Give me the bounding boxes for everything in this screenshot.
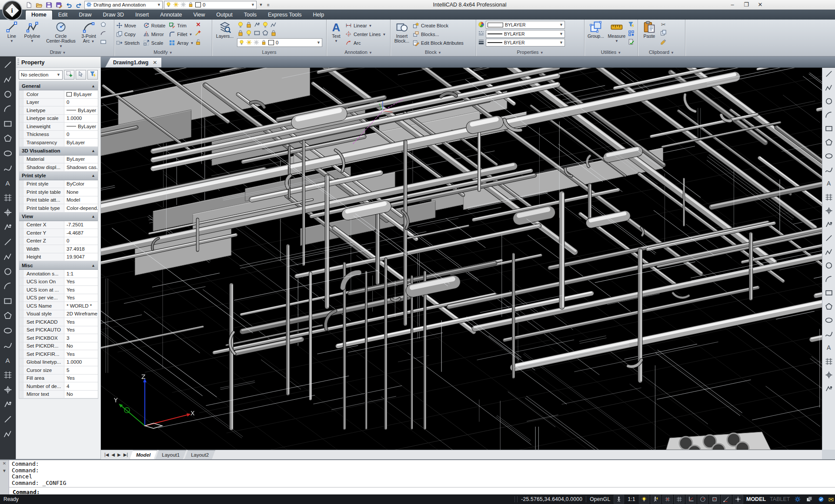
- property-row[interactable]: Global linetyp...1.0000: [19, 358, 98, 367]
- arc-button[interactable]: 3-Point Arc ▼: [79, 20, 99, 47]
- close-button[interactable]: ✕: [753, 0, 767, 9]
- property-panel-header[interactable]: Property: [16, 57, 100, 68]
- property-value[interactable]: 1.0000: [64, 115, 98, 123]
- stretch-button[interactable]: Stretch: [116, 39, 140, 47]
- paste-button[interactable]: Paste: [640, 20, 659, 47]
- layer-off-icon[interactable]: [270, 21, 278, 29]
- qat-more-icon[interactable]: ≡: [265, 1, 271, 9]
- property-value[interactable]: Shadows cas...: [64, 163, 98, 171]
- layer-properties-icon[interactable]: [237, 21, 245, 29]
- ortho-icon[interactable]: [686, 495, 696, 504]
- move-icon[interactable]: [3, 296, 13, 306]
- group-label-modify[interactable]: Modify ▼: [114, 50, 212, 56]
- snap-icon[interactable]: [662, 495, 673, 504]
- property-row[interactable]: Linetype scale1.0000: [19, 115, 98, 123]
- property-section-general[interactable]: General▲: [19, 82, 98, 90]
- ribbon-tab-draw-3d[interactable]: Draw 3D: [97, 10, 130, 20]
- app-logo-icon[interactable]: i: [2, 0, 22, 20]
- crosshair-icon[interactable]: [733, 495, 743, 504]
- property-value[interactable]: ByLayer: [64, 139, 98, 146]
- property-value[interactable]: ByLayer: [64, 90, 98, 98]
- dimension-icon[interactable]: [3, 267, 13, 276]
- property-row[interactable]: UCS Name* WORLD *: [19, 302, 98, 310]
- center-lines-button[interactable]: Center Lines▼: [345, 30, 386, 39]
- property-row[interactable]: Set PICKDR...No: [19, 342, 98, 351]
- array-button[interactable]: Array▼: [169, 39, 194, 47]
- group-label-annotation[interactable]: Annotation ▼: [327, 50, 390, 56]
- status-model-toggle[interactable]: MODEL: [745, 496, 767, 502]
- property-row[interactable]: Center Y-4.4687: [19, 229, 98, 237]
- layout-nav-icon[interactable]: ▶: [117, 452, 122, 458]
- copy-icon[interactable]: [3, 311, 13, 321]
- command-history[interactable]: Command:Command:CancelCommand: _CONFIG: [9, 460, 835, 487]
- property-value[interactable]: Yes: [64, 318, 98, 326]
- property-row[interactable]: MaterialByLayer: [19, 156, 98, 164]
- ribbon-tab-draw[interactable]: Draw: [73, 10, 97, 20]
- property-row[interactable]: UCS icon OnYes: [19, 278, 98, 286]
- status-renderer[interactable]: OpenGL: [588, 496, 611, 502]
- camera-icon[interactable]: [825, 261, 833, 270]
- workspace-select[interactable]: Drafting and Annotation ▼: [84, 1, 163, 9]
- property-row[interactable]: Cursor size5: [19, 366, 98, 375]
- property-value[interactable]: 1:1: [64, 270, 98, 278]
- top-view-icon[interactable]: A: [825, 179, 833, 188]
- line-button[interactable]: Line▼: [3, 20, 20, 47]
- region-icon[interactable]: [3, 222, 13, 232]
- fillet-button[interactable]: Fillet▼: [169, 30, 194, 39]
- scale-icon[interactable]: [3, 341, 13, 350]
- table-icon[interactable]: [3, 252, 13, 262]
- erase-icon[interactable]: [3, 414, 13, 424]
- color-select[interactable]: BYLAYER▼: [486, 21, 565, 29]
- property-row[interactable]: TransparencyByLayer: [19, 139, 98, 147]
- named-views-icon[interactable]: [825, 248, 833, 256]
- property-value[interactable]: No: [64, 342, 98, 350]
- property-value[interactable]: -7.2501: [64, 221, 98, 229]
- regen-icon[interactable]: [825, 357, 833, 366]
- property-section-view[interactable]: View▲: [19, 212, 98, 221]
- layer-previous-icon[interactable]: [270, 30, 278, 37]
- move-button[interactable]: Move: [116, 21, 140, 30]
- group-label-properties[interactable]: Properties ▼: [476, 50, 584, 56]
- linetype-icon[interactable]: [478, 30, 484, 38]
- rotate-icon[interactable]: [3, 326, 13, 335]
- property-value[interactable]: 5: [64, 366, 98, 374]
- toggle-pickadd-button[interactable]: [87, 70, 98, 80]
- layer-isolate-icon[interactable]: [254, 21, 261, 29]
- format-painter-icon[interactable]: [660, 39, 667, 46]
- property-value[interactable]: ByLayer: [64, 156, 98, 163]
- property-row[interactable]: Print style tableNone: [19, 188, 98, 196]
- group-label-clipboard[interactable]: Clipboard ▼: [638, 50, 685, 56]
- property-value[interactable]: Yes: [64, 294, 98, 302]
- status-scale[interactable]: 1:1: [626, 496, 637, 502]
- line-icon[interactable]: [3, 75, 13, 84]
- lineweight-icon[interactable]: [478, 39, 484, 46]
- undo-icon[interactable]: [64, 1, 73, 9]
- circle-button[interactable]: Circle Center-Radius ▼: [44, 20, 77, 47]
- selection-filter-select[interactable]: No selection▼: [19, 70, 63, 80]
- polyline-button[interactable]: Polyline▼: [21, 20, 43, 47]
- group-label-draw[interactable]: Draw ▼: [2, 50, 114, 56]
- erase-icon[interactable]: ✕: [195, 21, 201, 28]
- linetype-select[interactable]: BYLAYER▼: [486, 30, 565, 38]
- ne-isometric-icon[interactable]: [825, 234, 833, 242]
- group-label-layers[interactable]: Layers: [212, 50, 326, 56]
- property-row[interactable]: Print table att...Model: [19, 196, 98, 205]
- copy-icon[interactable]: [660, 30, 667, 37]
- property-value[interactable]: Yes: [64, 326, 98, 334]
- property-value[interactable]: Yes: [64, 278, 98, 286]
- person-run-icon[interactable]: [651, 495, 661, 504]
- property-value[interactable]: 0: [64, 99, 98, 106]
- property-row[interactable]: Fill areaYes: [19, 375, 98, 383]
- polygon-icon[interactable]: [100, 21, 107, 29]
- group-label-utilities[interactable]: Utilities ▼: [584, 50, 638, 56]
- daylight-icon[interactable]: [639, 495, 649, 504]
- property-value[interactable]: Model: [64, 196, 98, 204]
- explode-icon[interactable]: [195, 30, 201, 37]
- redo-icon[interactable]: [74, 1, 83, 9]
- blocks-button[interactable]: Blocks...: [413, 30, 464, 39]
- scale-button[interactable]: Scale: [143, 39, 165, 47]
- annotation-scale-icon[interactable]: [614, 495, 624, 504]
- redraw-icon[interactable]: [825, 371, 833, 379]
- edit-block-attributes-button[interactable]: Edit Block Attributes: [413, 39, 464, 47]
- leader-icon[interactable]: [3, 282, 13, 291]
